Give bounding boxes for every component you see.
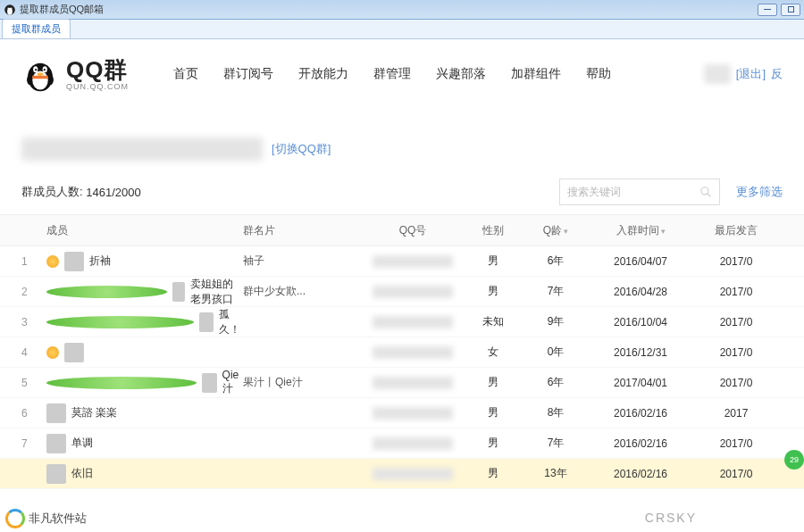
age-cell: 7年 [520,436,591,451]
sort-icon: ▾ [661,227,666,236]
col-join[interactable]: 入群时间▾ [591,223,690,238]
search-placeholder: 搜索关键词 [567,185,621,200]
age-cell: 13年 [520,466,591,481]
nav-buluo[interactable]: 兴趣部落 [436,66,486,82]
card-cell: 袖子 [243,254,359,269]
logo[interactable]: QQ群 QUN.QQ.COM [21,55,129,93]
svg-rect-11 [32,76,48,79]
member-name: 卖姐姐的老男孩口 [190,277,243,307]
qq-cell [359,346,466,359]
avatar [46,403,66,423]
gender-cell: 女 [466,345,520,360]
gender-cell: 男 [466,254,520,269]
avatar [202,373,217,393]
maximize-button[interactable] [781,4,800,16]
join-cell: 2016/02/16 [591,407,690,420]
table-row[interactable]: 7单调男7年2016/02/162017/0 [0,428,804,459]
last-cell: 2017/0 [690,377,783,389]
table-row[interactable]: 5Qie汁果汁丨Qie汁男6年2017/04/012017/0 [0,368,804,398]
nav-open[interactable]: 开放能力 [298,66,348,82]
age-cell: 6年 [520,375,591,390]
nav-home[interactable]: 首页 [173,66,198,82]
switch-group-link[interactable]: [切换QQ群] [272,141,331,157]
count-value: 1461/2000 [86,186,140,199]
qq-blurred [373,377,453,389]
qq-cell [359,407,466,420]
feedback-link[interactable]: 反 [771,66,783,82]
nav-help[interactable]: 帮助 [586,66,611,82]
col-card[interactable]: 群名片 [243,223,359,238]
window-title: 提取群成员QQ邮箱 [20,3,104,16]
last-cell: 2017/0 [690,437,783,450]
page-header: QQ群 QUN.QQ.COM 首页 群订阅号 开放能力 群管理 兴趣部落 加群组… [0,39,804,102]
group-info: [切换QQ群] [21,137,783,161]
search-input[interactable]: 搜索关键词 [559,179,720,205]
search-icon [699,186,712,198]
col-qq[interactable]: QQ号 [359,223,466,238]
watermark: 非凡软件站 [5,509,87,528]
table-body: 1折袖袖子男6年2016/04/072017/02卖姐姐的老男孩口群中少女欺..… [0,246,804,489]
more-filter-link[interactable]: 更多筛选 [736,184,783,200]
svg-point-3 [11,7,13,9]
logout-link[interactable]: [退出] [736,66,766,82]
svg-point-7 [35,69,37,71]
user-bar: [退出] 反 [704,64,783,84]
qq-penguin-icon [21,55,59,93]
qq-blurred [373,255,453,268]
join-cell: 2016/12/31 [591,346,690,359]
join-cell: 2016/02/16 [591,468,690,480]
table-row[interactable]: 4女0年2016/12/312017/0 [0,337,804,368]
join-cell: 2017/04/01 [591,377,690,389]
nav-manage[interactable]: 群管理 [373,66,411,82]
watermark-text: 非凡软件站 [29,511,87,527]
age-cell: 0年 [520,345,591,360]
member-cell: 卖姐姐的老男孩口 [46,277,243,307]
row-index: 4 [21,346,46,359]
col-gender[interactable]: 性别 [466,223,520,238]
table-row[interactable]: 3孤久！未知9年2016/10/042017/0 [0,307,804,337]
qq-cell [359,316,466,328]
gender-cell: 男 [466,405,520,420]
qq-cell [359,255,466,268]
gender-cell: 未知 [466,314,520,329]
nav-joinwidget[interactable]: 加群组件 [511,66,561,82]
join-cell: 2016/04/07 [591,255,690,268]
age-cell: 6年 [520,254,591,269]
qq-cell [359,468,466,480]
table-row[interactable]: 6莫諮 楽楽男8年2016/02/162017 [0,398,804,428]
age-cell: 9年 [520,314,591,329]
last-cell: 2017 [690,407,783,420]
member-name: 莫諮 楽楽 [71,405,117,420]
svg-point-9 [44,69,46,71]
window-titlebar: 提取群成员QQ邮箱 [0,0,804,20]
notification-badge[interactable]: 29 [784,450,804,470]
table-row[interactable]: 1折袖袖子男6年2016/04/072017/0 [0,246,804,277]
svg-point-12 [701,187,708,195]
row-index: 3 [21,316,46,328]
svg-line-13 [708,194,711,197]
user-avatar[interactable] [704,64,731,84]
page-content: QQ群 QUN.QQ.COM 首页 群订阅号 开放能力 群管理 兴趣部落 加群组… [0,39,804,532]
qq-blurred [373,286,453,298]
table-row[interactable]: 依旧男13年2016/02/162017/0 [0,459,804,489]
qq-blurred [373,316,453,328]
last-cell: 2017/0 [690,316,783,328]
col-member[interactable]: 成员 [46,223,243,238]
main-nav: 首页 群订阅号 开放能力 群管理 兴趣部落 加群组件 帮助 [173,66,611,82]
member-cell: 莫諮 楽楽 [46,403,243,423]
minimize-button[interactable] [758,4,777,16]
sort-icon: ▾ [564,227,568,236]
last-cell: 2017/0 [690,346,783,359]
member-cell [46,343,243,362]
col-last[interactable]: 最后发言 [690,223,783,238]
tab-strip: 提取群成员 [0,20,804,39]
last-cell: 2017/0 [690,468,783,480]
table-row[interactable]: 2卖姐姐的老男孩口群中少女欺...男7年2016/04/282017/0 [0,277,804,307]
group-name-blurred [21,137,263,161]
nav-subscribe[interactable]: 群订阅号 [223,66,273,82]
admin-badge-icon [46,346,59,359]
col-age[interactable]: Q龄▾ [520,223,591,238]
tab-extract-members[interactable]: 提取群成员 [2,19,71,38]
row-index: 5 [21,377,46,389]
svg-point-2 [7,7,9,9]
